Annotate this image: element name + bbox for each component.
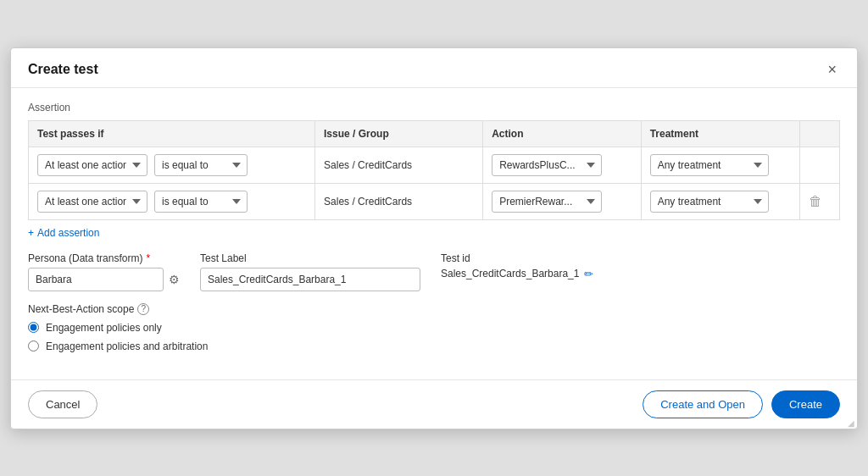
operator-select-0[interactable]: is equal to — [154, 154, 248, 176]
test-id-label: Test id — [441, 252, 593, 264]
scope-radio-engagement-arbitration[interactable] — [28, 340, 39, 351]
scope-title: Next-Best-Action scope ? — [28, 303, 840, 315]
dialog-body: Assertion Test passes if Issue / Group A… — [11, 88, 857, 379]
delete-row-icon-1[interactable]: 🗑 — [809, 194, 822, 208]
table-row: At least one action is equal to Sales / … — [29, 183, 840, 219]
header-issue-group: Issue / Group — [315, 120, 483, 147]
header-treatment: Treatment — [641, 120, 800, 147]
test-id-section: Test id Sales_CreditCards_Barbara_1 ✏ — [441, 252, 593, 280]
condition-select-1[interactable]: At least one action — [37, 191, 147, 213]
condition-select-0[interactable]: At least one action — [37, 154, 147, 176]
scope-option-engagement-only-label: Engagement policies only — [46, 322, 162, 334]
assertion-row-0-delete-cell — [800, 147, 840, 183]
assertion-row-0-condition-cell: At least one action is equal to — [29, 147, 315, 183]
assertion-row-1-issue-cell: Sales / CreditCards — [315, 183, 483, 219]
resize-handle[interactable]: ◢ — [848, 418, 854, 428]
persona-input-wrap: ⚙ — [28, 268, 180, 291]
dialog-footer: Cancel Create and Open Create — [11, 379, 857, 429]
test-id-text: Sales_CreditCards_Barbara_1 — [441, 268, 579, 280]
dialog-title: Create test — [28, 62, 98, 77]
assertion-table: Test passes if Issue / Group Action Trea… — [28, 120, 840, 220]
scope-option-engagement-only[interactable]: Engagement policies only — [28, 322, 840, 334]
scope-section: Next-Best-Action scope ? Engagement poli… — [28, 303, 840, 352]
test-label-field: Test Label — [200, 252, 420, 291]
header-action-btn — [800, 120, 840, 147]
header-test-passes: Test passes if — [29, 120, 315, 147]
scope-option-engagement-arbitration[interactable]: Engagement policies and arbitration — [28, 340, 840, 352]
scope-radio-group: Engagement policies only Engagement poli… — [28, 322, 840, 352]
scope-radio-engagement-only[interactable] — [28, 322, 39, 333]
assertion-row-1-condition-cell: At least one action is equal to — [29, 183, 315, 219]
create-test-dialog: Create test × Assertion Test passes if I… — [10, 47, 858, 429]
create-open-button[interactable]: Create and Open — [643, 390, 763, 418]
close-button[interactable]: × — [824, 60, 840, 79]
dialog-header: Create test × — [11, 48, 857, 88]
footer-right: Create and Open Create — [643, 390, 840, 418]
header-action: Action — [483, 120, 642, 147]
assertion-row-0-action-cell: RewardsPlusC... — [483, 147, 642, 183]
issue-group-text-1: Sales / CreditCards — [324, 196, 412, 208]
issue-group-text-0: Sales / CreditCards — [324, 159, 412, 171]
required-star: * — [146, 252, 150, 264]
treatment-select-1[interactable]: Any treatment — [650, 191, 769, 213]
persona-field: Persona (Data transform) * ⚙ — [28, 252, 180, 291]
table-row: At least one action is equal to Sales / … — [29, 147, 840, 183]
action-select-0[interactable]: RewardsPlusC... — [492, 154, 602, 176]
create-button[interactable]: Create — [771, 390, 840, 418]
assertion-row-1-action-cell: PremierRewar... — [483, 183, 642, 219]
add-assertion-label: Add assertion — [37, 227, 99, 239]
test-id-value-row: Sales_CreditCards_Barbara_1 ✏ — [441, 268, 593, 280]
action-select-1[interactable]: PremierRewar... — [492, 191, 602, 213]
gear-icon[interactable]: ⚙ — [169, 273, 180, 286]
persona-input[interactable] — [28, 268, 164, 291]
treatment-select-0[interactable]: Any treatment — [650, 154, 769, 176]
cancel-button[interactable]: Cancel — [28, 390, 97, 418]
test-label-input[interactable] — [200, 268, 420, 291]
persona-label: Persona (Data transform) * — [28, 252, 180, 264]
assertion-row-0-issue-cell: Sales / CreditCards — [315, 147, 483, 183]
edit-test-id-icon[interactable]: ✏ — [584, 268, 593, 280]
persona-row: Persona (Data transform) * ⚙ Test Label … — [28, 252, 840, 291]
scope-option-engagement-arbitration-label: Engagement policies and arbitration — [46, 340, 208, 352]
assertion-row-0-treatment-cell: Any treatment — [641, 147, 800, 183]
assertion-section-label: Assertion — [28, 102, 840, 113]
help-icon[interactable]: ? — [137, 303, 149, 315]
test-label-label: Test Label — [200, 252, 420, 264]
assertion-row-1-treatment-cell: Any treatment — [641, 183, 800, 219]
plus-icon: + — [28, 227, 34, 239]
operator-select-1[interactable]: is equal to — [154, 191, 248, 213]
assertion-row-1-delete-cell: 🗑 — [800, 183, 840, 219]
add-assertion-button[interactable]: + Add assertion — [28, 227, 99, 239]
